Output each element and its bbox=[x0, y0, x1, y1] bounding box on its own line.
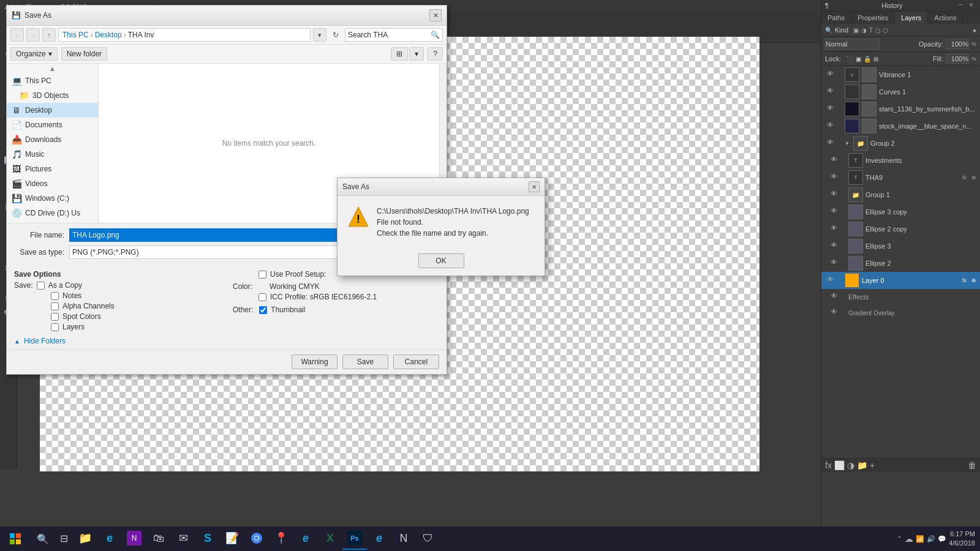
save-btn[interactable]: Save bbox=[342, 354, 388, 369]
hide-folders-row[interactable]: ▲ Hide Folders bbox=[7, 333, 447, 349]
layer-item-curves[interactable]: 👁 Curves 1 bbox=[821, 83, 980, 100]
layer-item-stock[interactable]: 👁 stock_image__blue_space_n... bbox=[821, 118, 980, 135]
taskbar-chrome[interactable] bbox=[244, 528, 269, 550]
sidebar-item-cd-drive[interactable]: 💿 CD Drive (D:) Us bbox=[7, 206, 98, 220]
layer-item-ellipse3copy[interactable]: 👁 Ellipse 3 copy bbox=[821, 203, 980, 220]
new-folder-btn[interactable]: New folder bbox=[61, 47, 107, 61]
tab-actions[interactable]: Actions bbox=[928, 12, 963, 24]
taskbar-game[interactable]: N bbox=[391, 528, 416, 550]
alpha-channels-checkbox[interactable] bbox=[51, 302, 59, 310]
tray-speaker-icon[interactable]: 🔊 bbox=[927, 535, 935, 543]
nav-up-btn[interactable]: ↑ bbox=[42, 28, 56, 42]
search-input[interactable] bbox=[348, 31, 428, 39]
layer-eye-ellipse3[interactable]: 👁 bbox=[829, 241, 839, 251]
fx-btn[interactable]: fx bbox=[825, 460, 832, 470]
layer-item-group1[interactable]: 👁 📁 Group 1 bbox=[821, 186, 980, 203]
layer-eye-effects[interactable]: 👁 bbox=[829, 292, 839, 302]
taskbar-maps[interactable]: 📍 bbox=[269, 528, 293, 550]
tab-layers[interactable]: Layers bbox=[895, 12, 928, 24]
sidebar-item-this-pc[interactable]: 💻 This PC bbox=[7, 73, 98, 88]
layer-item-group2[interactable]: 👁 ▼ 📁 Group 2 bbox=[821, 135, 980, 152]
layer-item-gradient[interactable]: 👁 Gradient Overlay bbox=[821, 305, 980, 321]
taskbar-start-btn[interactable] bbox=[0, 527, 31, 551]
nav-refresh-btn[interactable]: ↻ bbox=[329, 28, 342, 42]
filter-smart-icon[interactable]: ⬡ bbox=[883, 27, 888, 34]
layer-eye-ellipse2[interactable]: 👁 bbox=[829, 258, 839, 268]
sidebar-item-3d-objects[interactable]: 📁 3D Objects bbox=[7, 88, 98, 103]
sidebar-scroll-down[interactable]: ▼ bbox=[7, 220, 98, 223]
lock-pixel-icon[interactable]: ▣ bbox=[856, 56, 861, 62]
filter-toggle[interactable]: ● bbox=[973, 27, 976, 34]
layer-item-layer0[interactable]: 👁 Layer 0 fx ⊕ bbox=[821, 272, 980, 289]
layer-eye-group1[interactable]: 👁 bbox=[829, 190, 839, 200]
taskbar-sticky[interactable]: 📝 bbox=[220, 528, 244, 550]
taskbar-file-explorer[interactable]: 📁 bbox=[73, 528, 97, 550]
layer-eye-stock[interactable]: 👁 bbox=[825, 121, 835, 131]
taskbar-excel[interactable]: X bbox=[318, 528, 342, 550]
nav-forward-btn[interactable]: › bbox=[26, 28, 40, 42]
add-mask-btn[interactable]: ⬜ bbox=[834, 460, 845, 470]
sidebar-scroll-up[interactable]: ▲ bbox=[7, 64, 98, 73]
layer-eye-group2[interactable]: 👁 bbox=[825, 138, 835, 148]
save-as-close-btn[interactable]: ✕ bbox=[429, 9, 442, 21]
icc-checkbox[interactable] bbox=[258, 293, 266, 301]
layer-item-effects[interactable]: 👁 Effects bbox=[821, 289, 980, 305]
tha9-fx-btn[interactable]: ⊕ bbox=[971, 174, 976, 181]
layer-eye-investments[interactable]: 👁 bbox=[829, 156, 839, 165]
sidebar-item-desktop[interactable]: 🖥 Desktop bbox=[7, 103, 98, 118]
sidebar-item-pictures[interactable]: 🖼 Pictures bbox=[7, 162, 98, 176]
sidebar-item-music[interactable]: 🎵 Music bbox=[7, 147, 98, 162]
organize-btn[interactable]: Organize ▾ bbox=[10, 47, 58, 61]
help-btn[interactable]: ? bbox=[428, 47, 443, 61]
path-this-pc[interactable]: This PC bbox=[62, 31, 89, 39]
sidebar-item-documents[interactable]: 📄 Documents bbox=[7, 118, 98, 132]
taskbar-store[interactable]: 🛍 bbox=[146, 528, 171, 550]
taskbar-photoshop[interactable]: Ps bbox=[342, 528, 367, 550]
notes-checkbox[interactable] bbox=[51, 292, 59, 300]
tray-expand-btn[interactable]: ⌃ bbox=[897, 535, 902, 543]
lock-art-icon[interactable]: ⊞ bbox=[873, 56, 878, 62]
sidebar-item-downloads[interactable]: 📥 Downloads bbox=[7, 132, 98, 147]
layer-eye-stars[interactable]: 👁 bbox=[825, 104, 835, 114]
filter-shape-icon[interactable]: ◻ bbox=[875, 27, 880, 34]
filter-adj-icon[interactable]: ◑ bbox=[861, 27, 867, 34]
layer-eye-vibrance[interactable]: 👁 bbox=[825, 70, 835, 80]
layer-eye-tha9[interactable]: 👁 bbox=[829, 173, 839, 182]
layer-eye-curves[interactable]: 👁 bbox=[825, 87, 835, 97]
layer-eye-ellipse3copy[interactable]: 👁 bbox=[829, 207, 839, 217]
tray-notification-icon[interactable]: 💬 bbox=[938, 535, 946, 543]
taskbar-edge[interactable]: e bbox=[97, 528, 122, 550]
error-ok-btn[interactable]: OK bbox=[418, 253, 464, 268]
panel-options-btn[interactable]: ≡ bbox=[967, 1, 976, 10]
taskbar-onenote[interactable]: N bbox=[122, 528, 146, 550]
nav-back-btn[interactable]: ‹ bbox=[10, 28, 24, 42]
new-layer-btn[interactable]: + bbox=[870, 460, 875, 470]
layer0-fx-btn[interactable]: ⊕ bbox=[971, 277, 976, 283]
tray-onedrive-icon[interactable]: ☁ bbox=[905, 534, 913, 544]
layer-item-ellipse2copy[interactable]: 👁 Ellipse 2 copy bbox=[821, 220, 980, 238]
cancel-btn[interactable]: Cancel bbox=[393, 354, 439, 369]
taskbar-ie3[interactable]: e bbox=[367, 528, 391, 550]
adj-btn[interactable]: ◑ bbox=[847, 460, 854, 470]
thumbnail-checkbox[interactable] bbox=[259, 306, 267, 314]
taskbar-skype[interactable]: S bbox=[195, 528, 220, 550]
tab-properties[interactable]: Properties bbox=[851, 12, 895, 24]
layer-item-stars[interactable]: 👁 stars_1136_by_summerfish_b... bbox=[821, 100, 980, 118]
layer-item-vibrance[interactable]: 👁 V Vibrance 1 bbox=[821, 66, 980, 83]
tab-paths[interactable]: Paths bbox=[821, 12, 851, 24]
group-btn[interactable]: 📁 bbox=[857, 460, 867, 470]
layer-item-investments[interactable]: 👁 T Investments bbox=[821, 152, 980, 169]
nav-dropdown-btn[interactable]: ▾ bbox=[313, 28, 326, 42]
view-dropdown-btn[interactable]: ▾ bbox=[409, 47, 424, 61]
taskbar-task-view[interactable]: ⊟ bbox=[55, 528, 73, 550]
layer-item-ellipse2[interactable]: 👁 Ellipse 2 bbox=[821, 255, 980, 272]
taskbar-clock[interactable]: 6:17 PM 4/6/2018 bbox=[949, 530, 975, 549]
opacity-input[interactable] bbox=[946, 39, 969, 49]
blend-mode-select[interactable]: Normal bbox=[825, 39, 880, 50]
as-a-copy-checkbox[interactable] bbox=[37, 282, 45, 290]
lock-position-icon[interactable]: ⬛ bbox=[846, 56, 853, 62]
taskbar-search-btn[interactable]: 🔍 bbox=[31, 527, 55, 551]
group-arrow[interactable]: ▼ bbox=[845, 141, 850, 146]
panel-collapse-btn[interactable]: ─ bbox=[956, 1, 965, 10]
view-btn[interactable]: ⊞ bbox=[391, 47, 408, 61]
